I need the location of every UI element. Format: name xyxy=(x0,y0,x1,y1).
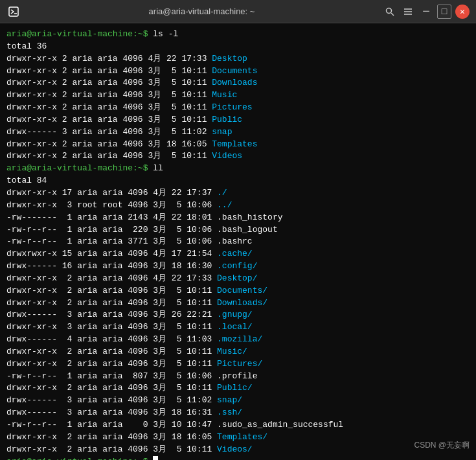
terminal-line: drwx------ 16 aria aria 4096 3月 18 16:30… xyxy=(6,260,470,273)
maximize-button[interactable]: □ xyxy=(437,5,451,19)
search-icon[interactable] xyxy=(383,5,397,19)
terminal-line: total 84 xyxy=(6,175,470,187)
terminal-line: -rw-r--r-- 1 aria aria 0 3月 10 10:47 .su… xyxy=(6,419,470,431)
titlebar-title: aria@aria-virtual-machine: ~ xyxy=(21,6,383,16)
terminal-line: drwxr-xr-x 3 root root 4096 3月 5 10:06 .… xyxy=(6,200,470,212)
terminal-line: aria@aria-virtual-machine:~$ ls -l xyxy=(6,29,470,41)
svg-line-3 xyxy=(391,13,394,16)
terminal-line: drwxr-xr-x 2 aria aria 4096 3月 5 10:11 P… xyxy=(6,382,470,395)
svg-point-2 xyxy=(387,8,392,13)
terminal-line: drwxrwxr-x 15 aria aria 4096 4月 17 21:54… xyxy=(6,248,470,260)
minimize-button[interactable]: ─ xyxy=(419,5,433,19)
terminal-line: drwxr-xr-x 2 aria aria 4096 3月 5 10:11 M… xyxy=(6,346,470,358)
terminal-line: drwxr-xr-x 3 aria aria 4096 3月 5 10:11 .… xyxy=(6,321,470,334)
titlebar-left xyxy=(6,5,21,19)
terminal-line: drwxr-xr-x 2 aria aria 4096 3月 5 10:11 M… xyxy=(6,89,470,102)
terminal-line: drwxr-xr-x 2 aria aria 4096 3月 5 10:11 D… xyxy=(6,77,470,89)
terminal-line: drwxr-xr-x 2 aria aria 4096 4月 22 17:33 … xyxy=(6,273,470,285)
terminal-line: drwx------ 3 aria aria 4096 3月 5 11:02 s… xyxy=(6,126,470,139)
terminal-line: -rw------- 1 aria aria 2143 4月 22 18:01 … xyxy=(6,212,470,224)
titlebar: aria@aria-virtual-machine: ~ ─ □ ✕ xyxy=(0,0,476,23)
titlebar-controls: ─ □ ✕ xyxy=(383,5,470,19)
terminal-line: drwxr-xr-x 2 aria aria 4096 3月 18 16:05 … xyxy=(6,431,470,444)
terminal-line: drwxr-xr-x 2 aria aria 4096 4月 22 17:33 … xyxy=(6,53,470,65)
terminal-line: drwx------ 3 aria aria 4096 3月 5 11:02 s… xyxy=(6,395,470,407)
terminal-line: -rw-r--r-- 1 aria aria 220 3月 5 10:06 .b… xyxy=(6,224,470,236)
close-button[interactable]: ✕ xyxy=(455,5,470,19)
terminal-line: drwxr-xr-x 2 aria aria 4096 3月 5 10:11 P… xyxy=(6,102,470,114)
terminal-line: drwxr-xr-x 2 aria aria 4096 3月 5 10:11 V… xyxy=(6,150,470,163)
terminal-prompt-cursor: aria@aria-virtual-machine:~$ xyxy=(6,456,470,460)
terminal-line: total 36 xyxy=(6,41,470,53)
terminal-line: drwxr-xr-x 2 aria aria 4096 3月 5 10:11 D… xyxy=(6,285,470,297)
terminal-output: aria@aria-virtual-machine:~$ ls -ltotal … xyxy=(0,23,476,460)
terminal-line: drwxr-xr-x 2 aria aria 4096 3月 5 10:11 P… xyxy=(6,114,470,126)
terminal-line: drwxr-xr-x 2 aria aria 4096 3月 5 10:11 V… xyxy=(6,444,470,456)
terminal-line: -rw-r--r-- 1 aria aria 3771 3月 5 10:06 .… xyxy=(6,236,470,248)
menu-icon[interactable] xyxy=(401,5,415,19)
terminal-line: drwxr-xr-x 2 aria aria 4096 3月 5 10:11 P… xyxy=(6,358,470,371)
terminal-line: drwx------ 3 aria aria 4096 3月 18 16:31 … xyxy=(6,407,470,419)
terminal-line: drwxr-xr-x 2 aria aria 4096 3月 5 10:11 D… xyxy=(6,65,470,78)
terminal-line: drwxr-xr-x 17 aria aria 4096 4月 22 17:37… xyxy=(6,187,470,200)
terminal-line: drwxr-xr-x 2 aria aria 4096 3月 5 10:11 D… xyxy=(6,297,470,310)
terminal-line: drwx------ 4 aria aria 4096 3月 5 11:03 .… xyxy=(6,334,470,346)
terminal-line: drwx------ 3 aria aria 4096 3月 26 22:21 … xyxy=(6,309,470,321)
terminal-icon[interactable] xyxy=(6,5,21,19)
terminal-line: aria@aria-virtual-machine:~$ ll xyxy=(6,163,470,175)
terminal-line: drwxr-xr-x 2 aria aria 4096 3月 18 16:05 … xyxy=(6,139,470,151)
watermark: CSDN @无妄啊 xyxy=(414,440,470,451)
terminal-line: -rw-r--r-- 1 aria aria 807 3月 5 10:06 .p… xyxy=(6,371,470,383)
